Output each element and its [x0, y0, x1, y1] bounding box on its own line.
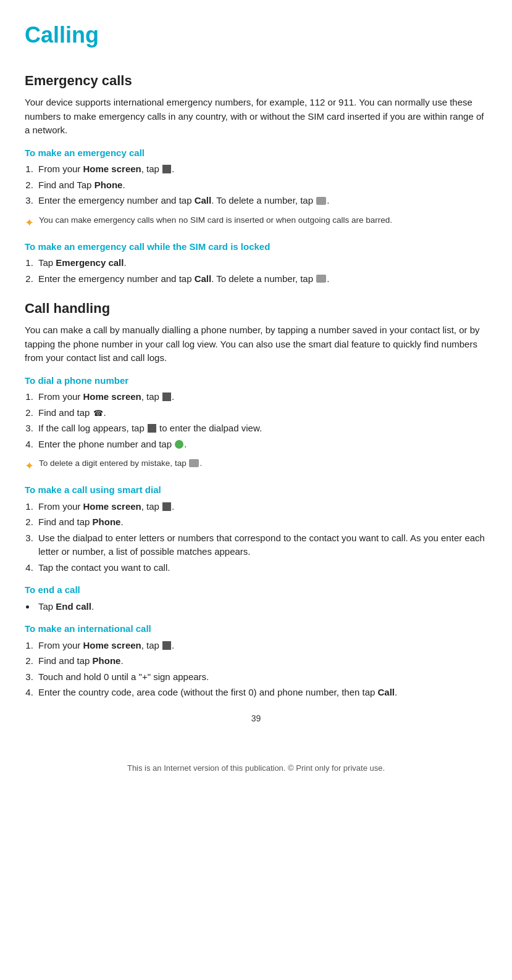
step-item: Enter the country code, area code (witho… [36, 686, 487, 700]
page-footer: This is an Internet version of this publ… [25, 762, 487, 774]
end-call-subsection: To end a call Tap End call. [25, 583, 487, 613]
tip-box: ✦ To delete a digit entered by mistake, … [25, 457, 487, 475]
step-item: Find and tap ☎. [36, 406, 487, 420]
step-item: Enter the emergency number and tap Call.… [36, 272, 487, 286]
smart-dial-heading: To make a call using smart dial [25, 483, 487, 497]
grid-icon [162, 165, 171, 173]
step-item: Use the dialpad to enter letters or numb… [36, 531, 487, 559]
call-handling-intro: You can make a call by manually dialling… [25, 323, 487, 365]
grid-icon [162, 392, 171, 401]
end-call-steps: Tap End call. [36, 600, 487, 614]
dial-phone-steps: From your Home screen, tap . Find and ta… [36, 390, 487, 451]
step-item: Tap End call. [36, 600, 487, 614]
tip-icon: ✦ [25, 215, 34, 231]
international-call-subsection: To make an international call From your … [25, 622, 487, 700]
page-number: 39 [25, 712, 487, 725]
phone-icon: ☎ [93, 407, 103, 420]
step-item: If the call log appears, tap to enter th… [36, 421, 487, 436]
emergency-call-heading: To make an emergency call [25, 146, 487, 160]
delete-icon [189, 459, 199, 467]
tip-icon: ✦ [25, 458, 34, 475]
emergency-call-locked-heading: To make an emergency call while the SIM … [25, 240, 487, 254]
step-item: From your Home screen, tap . [36, 390, 487, 404]
dial-phone-heading: To dial a phone number [25, 374, 487, 388]
international-call-steps: From your Home screen, tap . Find and ta… [36, 639, 487, 700]
international-call-heading: To make an international call [25, 622, 487, 636]
call-handling-heading: Call handling [25, 298, 487, 318]
step-item: From your Home screen, tap . [36, 162, 487, 176]
step-item: Enter the phone number and tap . [36, 438, 487, 452]
emergency-calls-heading: Emergency calls [25, 70, 487, 91]
emergency-call-locked-subsection: To make an emergency call while the SIM … [25, 240, 487, 286]
dial-phone-subsection: To dial a phone number From your Home sc… [25, 374, 487, 475]
step-item: From your Home screen, tap . [36, 500, 487, 514]
emergency-calls-intro: Your device supports international emerg… [25, 96, 487, 138]
grid-icon [162, 641, 171, 650]
step-item: From your Home screen, tap . [36, 639, 487, 653]
smart-dial-subsection: To make a call using smart dial From you… [25, 483, 487, 575]
tip-text: You can make emergency calls when no SIM… [39, 214, 392, 226]
tip-box: ✦ You can make emergency calls when no S… [25, 214, 487, 231]
emergency-call-locked-steps: Tap Emergency call. Enter the emergency … [36, 256, 487, 286]
step-item: Find and tap Phone. [36, 654, 487, 668]
grid-icon [148, 424, 156, 433]
end-call-heading: To end a call [25, 583, 487, 597]
emergency-call-subsection: To make an emergency call From your Home… [25, 146, 487, 231]
emergency-calls-section: Emergency calls Your device supports int… [25, 70, 487, 286]
green-call-icon [175, 440, 183, 449]
step-item: Touch and hold 0 until a "+" sign appear… [36, 670, 487, 684]
call-handling-section: Call handling You can make a call by man… [25, 298, 487, 700]
delete-icon [316, 275, 326, 283]
page-title: Calling [25, 19, 487, 52]
tip-text: To delete a digit entered by mistake, ta… [39, 457, 202, 470]
step-item: Enter the emergency number and tap Call.… [36, 194, 487, 208]
smart-dial-steps: From your Home screen, tap . Find and ta… [36, 500, 487, 575]
step-item: Find and tap Phone. [36, 515, 487, 529]
step-item: Tap the contact you want to call. [36, 561, 487, 575]
delete-icon [316, 197, 326, 205]
step-item: Tap Emergency call. [36, 256, 487, 270]
grid-icon [162, 502, 171, 511]
emergency-call-steps: From your Home screen, tap . Find and Ta… [36, 162, 487, 208]
step-item: Find and Tap Phone. [36, 178, 487, 193]
